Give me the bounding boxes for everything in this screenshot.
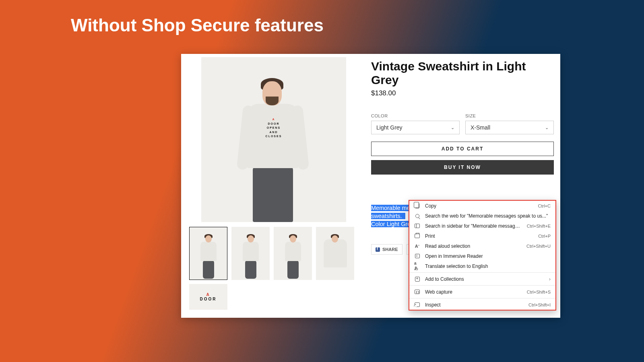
- shirt-text-3: AND: [269, 131, 278, 134]
- chevron-right-icon: ›: [549, 276, 551, 282]
- size-value: X-Small: [471, 124, 490, 131]
- buy-now-button[interactable]: BUY IT NOW: [371, 160, 554, 175]
- shirt-text-a: A: [272, 118, 275, 121]
- thumbnail-5[interactable]: A DOOR: [189, 284, 227, 310]
- color-value: Light Grey: [376, 124, 402, 131]
- ctx-search-web[interactable]: Search the web for "Memorable messages s…: [409, 211, 555, 221]
- translate-icon: aあ: [414, 263, 420, 269]
- read-aloud-icon: A": [414, 243, 420, 249]
- ctx-separator: [409, 298, 555, 298]
- main-product-image[interactable]: A DOOR OPENS AND CLOSES: [201, 57, 346, 222]
- shirt-text-1: DOOR: [268, 122, 280, 125]
- thumb5-a: A: [206, 292, 210, 297]
- web-capture-icon: [414, 289, 420, 295]
- product-price: $138.00: [371, 89, 554, 97]
- size-label: SIZE: [465, 113, 554, 118]
- context-menu: Copy Ctrl+C Search the web for "Memorabl…: [409, 200, 556, 311]
- ctx-copy[interactable]: Copy Ctrl+C: [409, 201, 555, 211]
- ctx-separator: [409, 285, 555, 286]
- ctx-search-sidebar[interactable]: Search in sidebar for "Memorable message…: [409, 221, 555, 231]
- ctx-separator: [409, 272, 555, 273]
- thumb5-l1: DOOR: [200, 297, 217, 301]
- copy-icon: [414, 203, 420, 209]
- chevron-down-icon: ⌄: [451, 125, 454, 130]
- model-illustration: A DOOR OPENS AND CLOSES: [233, 69, 314, 222]
- thumbnail-1[interactable]: [189, 227, 227, 280]
- ctx-web-capture[interactable]: Web capture Ctrl+Shift+S: [409, 287, 555, 297]
- add-to-cart-button[interactable]: ADD TO CART: [371, 142, 554, 156]
- thumbnail-2[interactable]: [231, 227, 270, 280]
- sidebar-search-icon: [414, 223, 420, 229]
- ctx-translate[interactable]: aあ Translate selection to English: [409, 261, 555, 271]
- ctx-read-aloud[interactable]: A" Read aloud selection Ctrl+Shift+U: [409, 241, 555, 251]
- inspect-icon: [414, 302, 420, 308]
- ctx-immersive-reader[interactable]: Open in Immersive Reader: [409, 251, 555, 261]
- immersive-reader-icon: [414, 253, 420, 259]
- share-fb-label: SHARE: [382, 247, 398, 252]
- shirt-text-2: OPENS: [267, 126, 281, 129]
- share-facebook-button[interactable]: SHARE: [371, 244, 402, 255]
- shirt-text-4: CLOSES: [266, 135, 282, 138]
- ctx-inspect[interactable]: Inspect Ctrl+Shift+I: [409, 300, 555, 310]
- slide-title: Without Shop Secure features: [71, 15, 324, 35]
- thumbnail-row: A DOOR: [189, 227, 358, 310]
- color-label: COLOR: [371, 113, 460, 118]
- ctx-print[interactable]: Print Ctrl+P: [409, 231, 555, 241]
- product-title: Vintage Sweatshirt in Light Grey: [371, 60, 554, 87]
- ctx-add-collections[interactable]: Add to Collections ›: [409, 274, 555, 284]
- facebook-icon: [376, 247, 380, 252]
- thumbnail-3[interactable]: [274, 227, 312, 280]
- thumbnail-4[interactable]: [316, 227, 354, 280]
- color-select[interactable]: Light Grey ⌄: [371, 121, 460, 134]
- size-select[interactable]: X-Small ⌄: [465, 121, 554, 134]
- print-icon: [414, 233, 420, 239]
- search-icon: [414, 213, 420, 219]
- collections-icon: [414, 276, 420, 282]
- chevron-down-icon: ⌄: [545, 125, 549, 130]
- product-gallery: A DOOR OPENS AND CLOSES: [189, 57, 358, 318]
